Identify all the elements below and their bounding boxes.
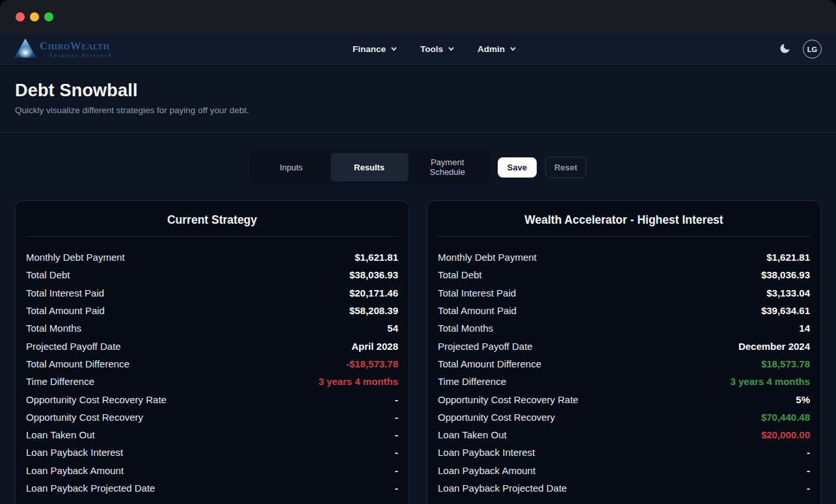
result-value: $3,133.04 [766,287,810,298]
theme-toggle-button[interactable] [779,42,791,57]
user-avatar[interactable]: LG [803,40,822,59]
result-value: $20,171.46 [349,287,398,298]
result-value: - [395,465,398,476]
result-value: - [807,465,810,476]
result-row-time-difference: Time Difference3 years 4 months [438,373,810,390]
result-row-projected-payoff-date: Projected Payoff DateApril 2028 [26,337,398,354]
chevron-down-icon [509,44,516,54]
panel-title: Current Strategy [26,213,398,237]
navbar: ChiroWealth Learning Systems® FinanceToo… [0,34,836,65]
zoom-button[interactable] [44,12,53,21]
result-value: 5% [796,394,810,405]
result-label: Total Amount Paid [438,305,517,316]
result-value: - [395,483,398,494]
result-label: Time Difference [26,376,94,387]
panel-current-strategy: Current StrategyMonthly Debt Payment$1,6… [15,200,409,504]
minimize-button[interactable] [30,12,39,21]
nav-menu-tools[interactable]: Tools [420,44,454,54]
result-label: Monthly Debt Payment [26,252,125,263]
nav-menu-label: Tools [420,44,443,54]
result-value: December 2024 [738,341,810,352]
tab-inputs[interactable]: Inputs [252,153,330,181]
brand-text: ChiroWealth Learning Systems® [40,40,113,59]
brand-logo[interactable]: ChiroWealth Learning Systems® [14,38,113,60]
moon-icon [779,42,791,57]
result-row-loan-taken-out: Loan Taken Out- [26,426,398,444]
result-value: - [395,394,398,405]
page-header: Debt Snowball Quickly visualize differen… [0,65,836,133]
pyramid-logo-icon [14,38,36,60]
nav-menu-admin[interactable]: Admin [478,44,516,54]
nav-menu-label: Admin [478,44,505,54]
result-row-total-amount-paid: Total Amount Paid$39,634.61 [438,302,810,319]
result-value: $58,208.39 [349,305,398,316]
result-label: Total Amount Paid [26,305,105,316]
toolbar: InputsResultsPayment Schedule Save Reset [0,150,836,184]
result-label: Total Amount Difference [26,358,129,369]
result-row-loan-payback-amount: Loan Payback Amount- [438,462,810,479]
result-row-total-amount-paid: Total Amount Paid$58,208.39 [26,302,398,319]
result-row-opportunity-cost-recovery: Opportunity Cost Recovery- [26,408,398,426]
nav-right: LG [779,40,822,59]
result-row-time-difference: Time Difference3 years 4 months [26,373,398,390]
result-value: 14 [799,323,810,334]
traffic-lights [16,12,53,21]
result-value: - [395,429,398,440]
result-label: Opportunity Cost Recovery Rate [26,394,167,405]
result-row-total-months: Total Months14 [438,319,810,337]
result-label: Loan Payback Interest [438,447,535,458]
result-row-monthly-debt-payment: Monthly Debt Payment$1,621.81 [26,248,398,266]
result-label: Opportunity Cost Recovery Rate [438,394,578,405]
tab-payment-schedule[interactable]: Payment Schedule [409,153,487,181]
result-label: Total Amount Difference [438,358,541,369]
save-button[interactable]: Save [498,157,537,178]
result-label: Loan Payback Amount [438,465,535,476]
result-value: - [395,447,398,458]
page-title: Debt Snowball [15,81,821,101]
result-label: Total Debt [26,269,70,280]
result-label: Opportunity Cost Recovery [26,412,143,423]
result-value: $1,621.81 [355,252,398,263]
panel-title: Wealth Accelerator - Highest Interest [438,213,810,237]
result-label: Loan Payback Amount [26,465,124,476]
reset-button[interactable]: Reset [545,157,586,178]
result-label: Total Debt [438,269,482,280]
result-label: Loan Payback Projected Date [26,483,155,494]
result-row-loan-payback-projected-date: Loan Payback Projected Date- [438,479,810,497]
result-value: - [395,412,398,423]
app-window: ChiroWealth Learning Systems® FinanceToo… [0,0,836,504]
result-row-opportunity-cost-recovery-rate: Opportunity Cost Recovery Rate- [26,390,398,408]
close-button[interactable] [16,12,25,21]
result-label: Projected Payoff Date [438,341,533,352]
brand-tagline: Learning Systems® [40,53,113,59]
chevron-down-icon [448,44,454,54]
result-row-monthly-debt-payment: Monthly Debt Payment$1,621.81 [438,248,810,266]
page-subtitle: Quickly visualize different strategies f… [15,105,821,115]
result-row-opportunity-cost-recovery: Opportunity Cost Recovery$70,440.48 [438,408,810,426]
result-value: 3 years 4 months [730,376,810,387]
result-row-loan-payback-projected-date: Loan Payback Projected Date- [26,479,398,497]
result-label: Loan Payback Interest [26,447,123,458]
brand-name: ChiroWealth [40,40,113,51]
result-row-opportunity-cost-recovery-rate: Opportunity Cost Recovery Rate5% [438,390,810,408]
result-value: April 2028 [351,341,398,352]
result-label: Total Interest Paid [26,287,104,298]
result-row-total-debt: Total Debt$38,036.93 [26,266,398,284]
nav-menu-label: Finance [353,44,386,54]
result-value: - [807,483,810,494]
result-value: $20,000.00 [761,429,810,440]
window-titlebar [0,0,836,34]
result-value: 3 years 4 months [318,376,398,387]
panel-wealth-accelerator-highest-interest: Wealth Accelerator - Highest InterestMon… [427,200,821,504]
result-label: Opportunity Cost Recovery [438,412,555,423]
result-value: -$18,573.78 [346,358,398,369]
result-row-loan-payback-amount: Loan Payback Amount- [26,462,398,479]
tab-group: InputsResultsPayment Schedule [250,150,489,184]
result-label: Time Difference [438,376,506,387]
nav-menu-finance[interactable]: Finance [353,44,397,54]
tab-results[interactable]: Results [330,153,409,181]
result-row-total-months: Total Months54 [26,319,398,337]
result-value: 54 [387,323,398,334]
result-label: Loan Payback Projected Date [438,483,567,494]
result-label: Total Months [26,323,81,334]
